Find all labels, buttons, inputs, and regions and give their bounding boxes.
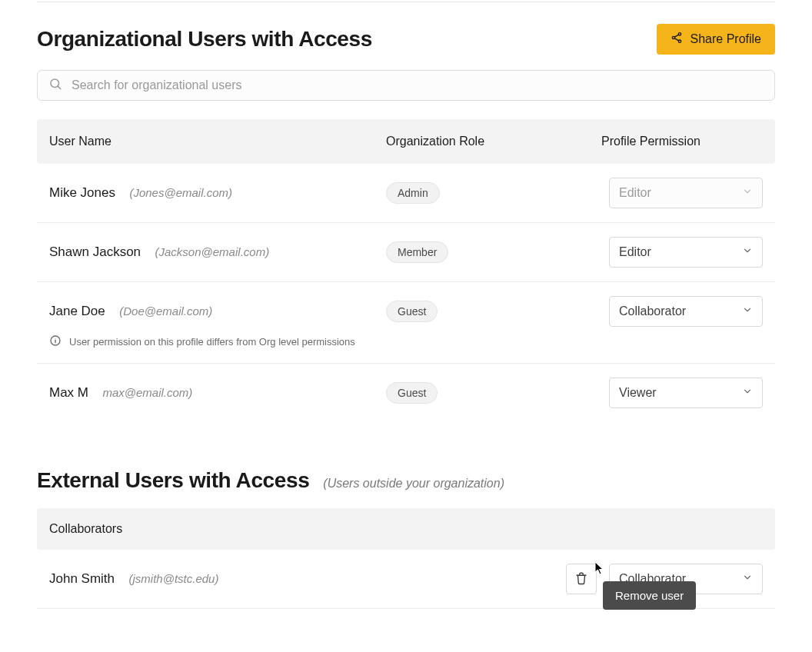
permission-select[interactable]: Editor [609,237,763,268]
divider [37,2,775,2]
svg-line-4 [674,38,678,41]
permission-label: Viewer [619,386,657,400]
trash-icon [574,571,588,587]
search-container[interactable] [37,70,775,101]
org-users-heading: Organizational Users with Access [37,27,372,52]
chevron-down-icon [742,386,753,400]
role-badge: Guest [386,382,438,404]
svg-point-9 [55,338,55,339]
user-name: Jane Doe [49,304,105,318]
user-email: (Doe@email.com) [119,304,212,318]
user-name: John Smith [49,571,115,586]
info-icon [49,334,62,349]
user-row: Shawn Jackson (Jackson@email.com) Member… [37,223,775,282]
search-icon [48,77,62,94]
user-email: max@email.com) [102,386,192,399]
user-row: Mike Jones (Jones@email.com) Admin Edito… [37,164,775,223]
user-email: (Jackson@email.com) [155,245,270,258]
chevron-down-icon [742,186,753,200]
user-row: Max M max@email.com) Guest Viewer [37,364,775,422]
external-users-heading: External Users with Access [37,468,309,493]
org-table-header: User Name Organization Role Profile Perm… [37,119,775,164]
remove-user-button[interactable] [566,564,597,594]
collaborators-label: Collaborators [49,522,122,536]
chevron-down-icon [742,304,753,318]
permission-label: Editor [619,186,651,200]
role-badge: Guest [386,301,438,322]
permission-label: Editor [619,245,651,259]
user-row: Jane Doe (Doe@email.com) Guest Collabora… [37,282,775,364]
permission-label: Collaborator [619,304,686,318]
col-role: Organization Role [386,135,601,148]
svg-line-3 [674,35,678,37]
role-badge: Member [386,241,448,263]
share-profile-button[interactable]: Share Profile [657,24,776,55]
chevron-down-icon [742,572,753,586]
svg-line-6 [58,86,61,89]
permission-select[interactable]: Collaborator [609,296,763,327]
permission-warning: User permission on this profile differs … [69,336,355,348]
permission-select[interactable]: Viewer [609,378,763,408]
col-username: User Name [49,135,386,148]
chevron-down-icon [742,245,753,259]
search-input[interactable] [72,78,764,92]
user-email: (Jones@email.com) [129,186,232,199]
user-name: Max M [49,385,88,400]
col-permission: Profile Permission [601,135,763,148]
remove-user-tooltip: Remove user [603,581,696,610]
user-email: (jsmith@tstc.edu) [129,572,219,585]
share-icon [671,32,683,47]
role-badge: Admin [386,182,440,204]
share-profile-label: Share Profile [691,32,762,46]
external-group-header: Collaborators [37,508,775,550]
external-users-subtitle: (Users outside your organization) [323,477,504,491]
user-name: Shawn Jackson [49,244,141,259]
user-name: Mike Jones [49,185,115,200]
permission-select[interactable]: Editor [609,178,763,208]
